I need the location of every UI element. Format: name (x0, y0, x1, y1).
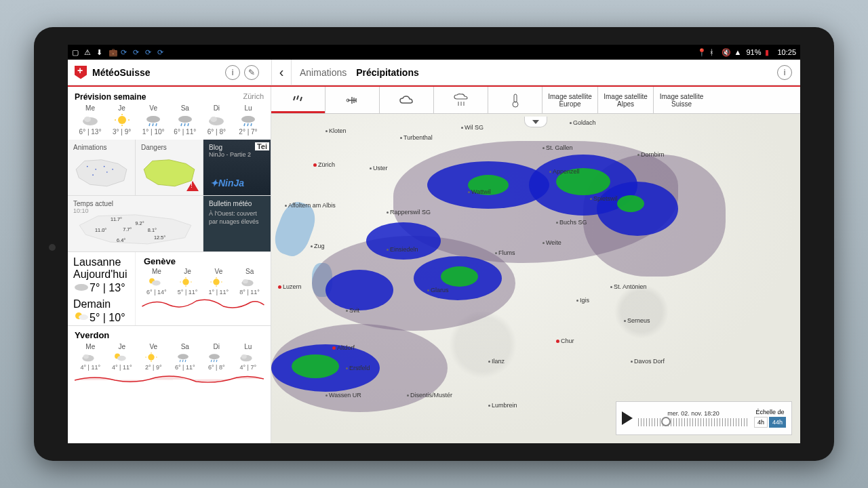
forecast-day: Je4° | 11° (108, 343, 136, 371)
sync-icon: ⟳ (157, 48, 165, 56)
warning-triangle-icon (186, 181, 199, 191)
card-yverdon[interactable]: Yverdon Me4° | 11°Je4° | 11°Ve2° | 9°Sa6… (68, 325, 271, 387)
layer-clouds[interactable] (380, 87, 434, 113)
android-statusbar: ▢ ⚠ ⬇ 💼 ⟳ ⟳ ⟳ ⟳ 📍 ᚼ 🔇 ▲ 91% ▮ 10:25 (68, 45, 800, 60)
map-label: Dornbirn (637, 151, 665, 158)
timeline-thumb[interactable] (661, 417, 671, 426)
map-label: Uster (370, 165, 388, 171)
week-forecast[interactable]: Prévision semaine Zürich Me6° | 13°Je3° … (68, 87, 271, 140)
layer-sat-europe[interactable]: Image satellite Europe (542, 87, 598, 113)
svg-line-61 (180, 360, 180, 362)
svg-line-66 (214, 360, 214, 362)
svg-point-1 (84, 117, 91, 122)
swiss-shield-icon (75, 66, 87, 79)
briefcase-icon: 💼 (108, 48, 117, 56)
layer-sat-alps[interactable]: Image satellite Alpes (598, 87, 654, 113)
map-label: Wassen UR (326, 392, 361, 399)
app-brand[interactable]: MétéoSuisse i ✎ (68, 65, 271, 80)
image-icon: ▢ (72, 48, 80, 56)
map-label: Weite (542, 239, 561, 246)
info-icon[interactable]: i (777, 65, 792, 80)
svg-line-62 (182, 360, 183, 362)
svg-line-8 (149, 123, 150, 126)
back-button[interactable]: ‹ (271, 60, 292, 85)
tile-dangers[interactable]: Dangers (136, 140, 203, 195)
breadcrumb-1[interactable]: Animations (300, 67, 347, 78)
svg-text:6.4°: 6.4° (117, 237, 125, 243)
scale-4h[interactable]: 4h (754, 417, 768, 428)
map-label: Affoltern am Albis (285, 202, 336, 209)
map-label: Luzern (278, 283, 302, 290)
svg-point-64 (209, 354, 220, 359)
layer-wind[interactable] (326, 87, 380, 113)
map-label: Turbenthal (400, 134, 433, 141)
svg-point-7 (146, 116, 160, 123)
map-label: Rapperswil SG (387, 209, 431, 216)
compass-icon[interactable]: ✎ (244, 65, 259, 80)
map-label: Zug (311, 243, 325, 249)
map-label: Spietswil (590, 195, 618, 202)
svg-point-11 (178, 116, 192, 123)
scale-44h[interactable]: 44h (769, 417, 786, 428)
svg-point-69 (241, 354, 247, 359)
play-button[interactable] (622, 411, 633, 425)
svg-point-60 (178, 354, 189, 359)
card-geneve[interactable]: Genève Me6° | 14°Je5° | 11°Ve1° | 11°Sa8… (136, 252, 271, 325)
map-label: Altdorf (332, 344, 355, 351)
svg-point-50 (243, 279, 248, 283)
svg-point-17 (241, 116, 255, 123)
map-label: St. Gallen (542, 144, 573, 151)
tile-animations[interactable]: Animations (68, 140, 135, 195)
forecast-day: Ve2° | 9° (140, 343, 167, 371)
sync-icon: ⟳ (121, 48, 129, 56)
map-label: Buchs SG (556, 219, 587, 226)
svg-line-63 (185, 360, 186, 362)
svg-point-44 (214, 279, 220, 285)
forecast-day: Di6° | 8° (201, 104, 232, 136)
battery-text: 91% (746, 48, 761, 56)
layer-temperature[interactable] (488, 87, 542, 113)
map-label: Ilanz (488, 358, 505, 365)
mute-icon: 🔇 (722, 48, 730, 56)
card-lausanne[interactable]: Lausanne Aujourd'hui 7° | 13° Demain 5° … (68, 252, 136, 325)
timeline[interactable]: mer. 02. nov. 18:20 (638, 410, 749, 426)
tile-current-weather[interactable]: Temps actuel 10:10 11.7° 9.2° 7.7° 11.0°… (68, 196, 203, 251)
map-label: Wattwil (468, 188, 491, 195)
map-label: Appenzell (549, 168, 580, 175)
map-label: Einsiedeln (387, 246, 418, 253)
layer-snow[interactable] (434, 87, 488, 113)
forecast-day: Sa6° | 11° (170, 104, 201, 136)
forecast-day: Lu4° | 7° (235, 343, 262, 371)
info-icon[interactable]: i (225, 65, 240, 80)
forecast-day: Je5° | 11° (174, 268, 201, 296)
forecast-day: Me6° | 14° (143, 268, 170, 296)
forecast-day: Di6° | 8° (203, 343, 230, 371)
svg-point-36 (79, 314, 88, 320)
wifi-icon: ▲ (734, 48, 742, 56)
tile-bulletin[interactable]: Bulletin météo À l'Ouest: couvert par nu… (203, 196, 271, 251)
svg-point-25 (106, 171, 108, 173)
map-label: Svit (346, 307, 359, 314)
svg-line-65 (212, 360, 212, 362)
svg-point-38 (152, 281, 161, 286)
bluetooth-icon: ᚼ (709, 48, 717, 56)
forecast-day: Sa8° | 11° (236, 268, 263, 296)
svg-point-16 (210, 117, 217, 122)
svg-text:8.1°: 8.1° (148, 227, 157, 233)
forecast-day: Lu2° | 7° (233, 104, 264, 136)
layer-precipitation[interactable] (271, 87, 326, 113)
svg-point-22 (95, 169, 96, 170)
svg-line-12 (181, 123, 182, 126)
location-icon: 📍 (697, 48, 705, 56)
forecast-day: Ve1° | 11° (205, 268, 232, 296)
week-city: Zürich (243, 92, 264, 102)
svg-point-52 (83, 354, 89, 359)
map-pane[interactable]: Image satellite Europe Image satellite A… (271, 87, 800, 443)
tile-blog[interactable]: Blog NinJo - Partie 2 Tei ✦NinJa (203, 140, 271, 195)
chevron-down-icon[interactable] (524, 117, 547, 127)
map-label: Goldach (570, 119, 596, 126)
svg-line-10 (156, 123, 157, 126)
map-label: Erstfeld (346, 365, 370, 371)
layer-sat-suisse[interactable]: Image satellite Suisse (654, 87, 709, 113)
forecast-day: Me6° | 13° (75, 104, 106, 136)
